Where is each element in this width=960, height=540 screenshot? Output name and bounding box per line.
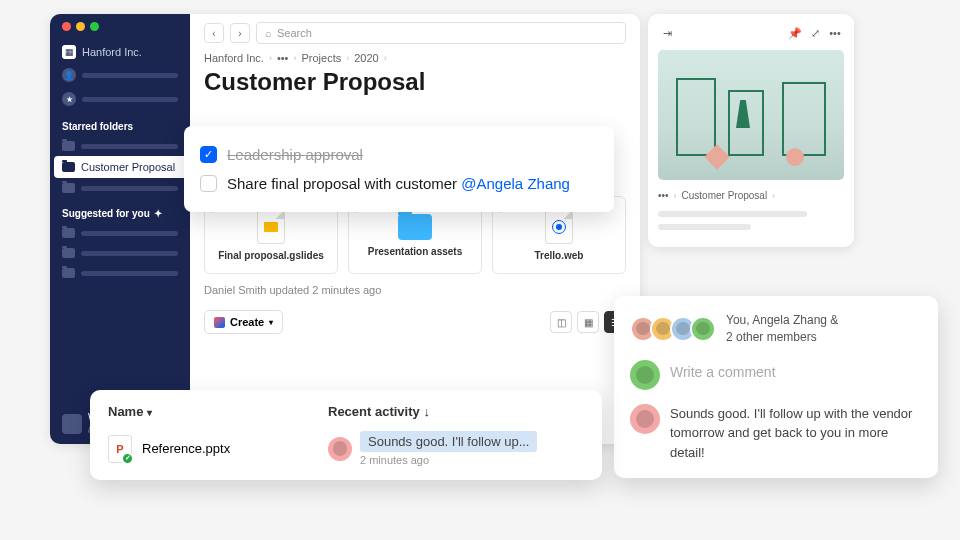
comments-panel: You, Angela Zhang &2 other members Write…	[614, 296, 938, 478]
folder-icon	[62, 268, 75, 278]
create-button[interactable]: Create▾	[204, 310, 283, 334]
avatar	[630, 360, 660, 390]
comment-input[interactable]: Write a comment	[670, 360, 922, 390]
sidebar-item[interactable]	[50, 178, 190, 198]
person-icon: 👤	[62, 68, 76, 82]
minimize-icon[interactable]	[76, 22, 85, 31]
building-icon: ▦	[62, 45, 76, 59]
maximize-icon[interactable]	[90, 22, 99, 31]
folder-icon	[62, 248, 75, 258]
task-label: Leadership approval	[227, 146, 363, 163]
members-summary: You, Angela Zhang &2 other members	[726, 312, 838, 346]
search-icon: ⌕	[265, 27, 272, 39]
crumb[interactable]: 2020	[354, 52, 378, 64]
task-item[interactable]: ✓ Leadership approval	[200, 140, 598, 169]
sidebar-item[interactable]	[50, 223, 190, 243]
close-icon[interactable]	[62, 22, 71, 31]
org-name: Hanford Inc.	[82, 46, 142, 58]
checkbox-checked[interactable]: ✓	[200, 146, 217, 163]
folder-icon	[62, 162, 75, 172]
avatar	[630, 404, 660, 434]
powerpoint-icon: P✓	[108, 435, 132, 463]
gslides-icon	[257, 210, 285, 244]
crumb-overflow[interactable]: •••	[277, 52, 289, 64]
folder-icon	[62, 228, 75, 238]
folder-icon	[398, 214, 432, 240]
star-icon: ★	[62, 92, 76, 106]
synced-icon: ✓	[121, 452, 134, 465]
sidebar: ▦ Hanford Inc. 👤 ★ Starred folders Custo…	[50, 14, 190, 444]
web-icon	[545, 210, 573, 244]
folder-icon	[62, 141, 75, 151]
file-list-card: Name ▾ Recent activity ↓ P✓ Reference.pp…	[90, 390, 602, 480]
column-activity[interactable]: Recent activity ↓	[328, 404, 430, 419]
org-switcher[interactable]: ▦ Hanford Inc.	[50, 41, 190, 63]
arrow-down-icon: ↓	[423, 404, 430, 419]
details-panel: ⇥ 📌 ⤢ ••• •••› Customer Proposal›	[648, 14, 854, 247]
main-content: ‹ › ⌕Search Hanford Inc.› •••› Projects›…	[190, 14, 640, 444]
file-preview[interactable]	[658, 50, 844, 180]
avatar	[690, 316, 716, 342]
crumb[interactable]: Customer Proposal	[682, 190, 768, 201]
sidebar-item[interactable]	[50, 243, 190, 263]
mention[interactable]: @Angela Zhang	[461, 175, 570, 192]
avatar	[328, 437, 352, 461]
sparkle-icon: ✦	[154, 208, 162, 219]
column-name[interactable]: Name ▾	[108, 404, 328, 419]
activity-time: 2 minutes ago	[360, 454, 537, 466]
view-cards-button[interactable]: ◫	[550, 311, 572, 333]
sidebar-item-customer-proposal[interactable]: Customer Proposal	[54, 156, 190, 178]
folder-icon	[62, 183, 75, 193]
avatar	[62, 414, 82, 434]
page-title: Customer Proposal	[204, 68, 626, 96]
search-input[interactable]: ⌕Search	[256, 22, 626, 44]
preview-breadcrumb: •••› Customer Proposal›	[658, 190, 844, 201]
task-list-card: ✓ Leadership approval Share final propos…	[184, 126, 614, 212]
task-item[interactable]: Share final proposal with customer @Ange…	[200, 169, 598, 198]
section-suggested: Suggested for you✦	[50, 198, 190, 223]
activity-message: Sounds good. I'll follow up...	[360, 431, 537, 452]
back-button[interactable]: ‹	[204, 23, 224, 43]
file-name: Reference.pptx	[142, 441, 230, 456]
pin-icon[interactable]: 📌	[786, 24, 804, 42]
forward-button[interactable]: ›	[230, 23, 250, 43]
more-icon[interactable]: •••	[826, 24, 844, 42]
dropbox-icon	[214, 317, 225, 328]
file-row[interactable]: P✓ Reference.pptx Sounds good. I'll foll…	[108, 431, 584, 466]
section-starred: Starred folders	[50, 111, 190, 136]
breadcrumb: Hanford Inc.› •••› Projects› 2020›	[204, 52, 626, 64]
task-label: Share final proposal with customer @Ange…	[227, 175, 570, 192]
crumb-overflow[interactable]: •••	[658, 190, 669, 201]
chevron-down-icon: ▾	[147, 407, 152, 418]
crumb[interactable]: Projects	[301, 52, 341, 64]
checkbox[interactable]	[200, 175, 217, 192]
sidebar-item[interactable]	[50, 136, 190, 156]
window-controls[interactable]	[50, 22, 190, 41]
sidebar-item[interactable]	[50, 263, 190, 283]
avatar-stack[interactable]	[630, 316, 716, 342]
crumb[interactable]: Hanford Inc.	[204, 52, 264, 64]
comment-body: Sounds good. I'll follow up with the ven…	[670, 404, 922, 463]
collapse-icon[interactable]: ⇥	[658, 24, 676, 42]
chevron-down-icon: ▾	[269, 318, 273, 327]
activity-meta: Daniel Smith updated 2 minutes ago	[204, 284, 626, 296]
view-grid-button[interactable]: ▦	[577, 311, 599, 333]
expand-icon[interactable]: ⤢	[806, 24, 824, 42]
